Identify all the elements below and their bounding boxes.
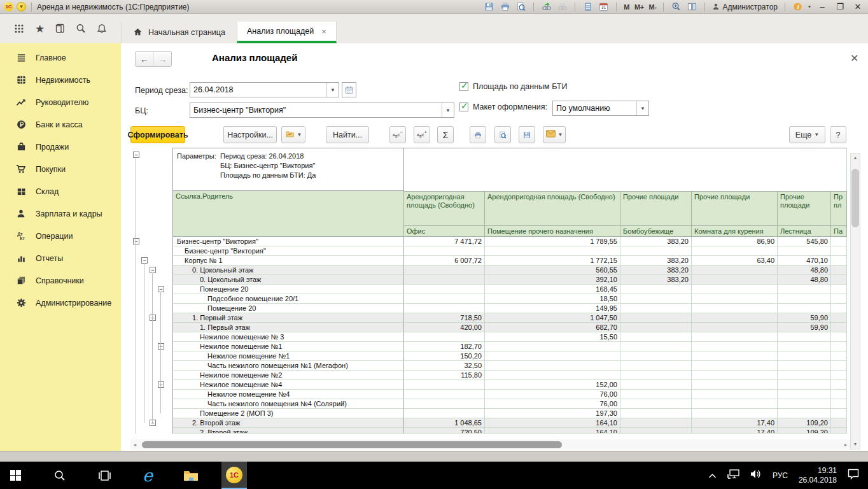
calendar-picker-button[interactable] (342, 82, 356, 97)
cell-value[interactable] (831, 380, 847, 390)
vertical-scroll-thumb[interactable] (851, 169, 859, 227)
cell-value[interactable] (692, 409, 778, 418)
help-button[interactable]: ? (830, 126, 846, 143)
cell-value[interactable] (620, 361, 692, 371)
cell-value[interactable]: 150,20 (404, 351, 485, 361)
column-sub-header[interactable]: Офис (404, 226, 485, 237)
scroll-down-icon[interactable]: ▼ (851, 440, 860, 449)
column-group-header[interactable]: Арендопригодная площадь (Свободно) (485, 191, 620, 226)
cell-value[interactable] (778, 390, 831, 399)
cell-value[interactable]: 17,40 (692, 418, 778, 428)
sidebar-item-administrirovanie[interactable]: Администрирование (0, 292, 121, 314)
system-menu-button[interactable]: ▼ (17, 2, 26, 11)
tab-home[interactable]: Начальная страница (121, 22, 237, 43)
cell-value[interactable] (778, 342, 831, 351)
params-empty-area[interactable] (404, 148, 847, 191)
save-result-button[interactable] (519, 126, 535, 143)
cell-name[interactable]: Помещение 2 (МОП 3) (172, 409, 404, 418)
cell-value[interactable] (831, 275, 847, 285)
calendar-icon[interactable]: 31 (598, 2, 609, 12)
zoom-icon[interactable] (671, 2, 682, 12)
bc-combo[interactable]: Бизнес-центр "Виктория" ▼ (190, 103, 454, 118)
cell-value[interactable]: 197,30 (485, 409, 620, 418)
cell-value[interactable]: 1 789,55 (485, 237, 620, 246)
generate-button[interactable]: Сформировать (130, 126, 185, 143)
cell-value[interactable] (620, 304, 692, 313)
layout-checkbox[interactable]: ✓ Макет оформления: (459, 103, 547, 111)
cell-value[interactable]: 720,50 (404, 428, 485, 434)
cell-name[interactable]: Бизнес-центр "Виктория" (172, 246, 404, 256)
cell-value[interactable] (692, 294, 778, 304)
report-params-cell[interactable]: Параметры: Период среза: 26.04.2018 БЦ: … (172, 148, 404, 191)
cell-name[interactable]: Корпус № 1 (172, 256, 404, 266)
column-sub-header[interactable]: Помещение прочего назначения (485, 226, 620, 237)
cell-value[interactable] (831, 237, 847, 246)
sidebar-item-nedvizhimost[interactable]: Недвижимость (0, 69, 121, 91)
cell-name[interactable]: 1. Первый этаж (172, 313, 404, 323)
cell-value[interactable] (778, 246, 831, 256)
cell-value[interactable] (831, 409, 847, 418)
cell-value[interactable]: 718,50 (404, 313, 485, 323)
cell-value[interactable] (831, 361, 847, 371)
cell-value[interactable] (620, 294, 692, 304)
cell-value[interactable]: 76,00 (485, 390, 620, 399)
cell-value[interactable] (831, 428, 847, 434)
cell-value[interactable] (620, 342, 692, 351)
memory-m-button[interactable]: M (624, 3, 629, 11)
cell-value[interactable] (485, 246, 620, 256)
cell-value[interactable] (404, 390, 485, 399)
cell-value[interactable] (404, 399, 485, 409)
cell-value[interactable]: 1 772,15 (485, 256, 620, 266)
report-variants-button[interactable]: ▼ (281, 126, 305, 143)
cell-value[interactable] (831, 332, 847, 342)
language-indicator[interactable]: РУС (773, 471, 788, 480)
cell-value[interactable] (620, 399, 692, 409)
cell-value[interactable] (831, 256, 847, 266)
cell-value[interactable] (404, 380, 485, 390)
sidebar-item-zarplata-i-kadry[interactable]: Зарплата и кадры (0, 202, 121, 225)
minimize-button[interactable]: – (816, 2, 829, 12)
split-view-icon[interactable] (687, 2, 697, 12)
cell-value[interactable]: 149,95 (485, 304, 620, 313)
layout-combo[interactable]: По умолчанию ▼ (552, 101, 649, 116)
sidebar-item-glavnoe[interactable]: Главное (0, 46, 121, 69)
cell-value[interactable] (692, 361, 778, 371)
cell-value[interactable] (404, 304, 485, 313)
sidebar-item-bank-i-kassa[interactable]: Банк и касса (0, 113, 121, 136)
cell-value[interactable]: 164,10 (485, 418, 620, 428)
sidebar-item-pokupki[interactable]: Покупки (0, 158, 121, 180)
cell-value[interactable]: 682,70 (485, 323, 620, 332)
cell-value[interactable] (778, 332, 831, 342)
cell-value[interactable] (620, 332, 692, 342)
cell-value[interactable] (404, 285, 485, 294)
period-input[interactable]: 26.04.2018 ▼ (190, 82, 339, 97)
print-icon[interactable] (500, 2, 510, 12)
cell-value[interactable] (778, 371, 831, 380)
cell-name[interactable]: Часть нежилого помещения №1 (Мегафон) (172, 361, 404, 371)
taskbar-1c-app-active[interactable]: 1С (221, 462, 247, 489)
cell-value[interactable] (404, 409, 485, 418)
cell-value[interactable] (692, 323, 778, 332)
action-center-icon[interactable] (848, 469, 859, 482)
forward-button[interactable]: → (153, 52, 171, 66)
cell-name[interactable]: 2. Второй этаж (172, 428, 404, 434)
start-button[interactable] (8, 468, 23, 483)
close-button[interactable]: ✕ (851, 2, 864, 12)
cell-value[interactable]: 383,20 (620, 266, 692, 275)
send-mail-button[interactable]: ▼ (543, 126, 566, 143)
file-explorer-icon[interactable] (183, 468, 199, 483)
cell-value[interactable]: 545,80 (778, 237, 831, 246)
cell-value[interactable] (620, 323, 692, 332)
cell-name[interactable]: Часть нежилого помещения №4 (Солярий) (172, 399, 404, 409)
cell-value[interactable] (485, 371, 620, 380)
column-sub-header[interactable]: Бомбоубежище (620, 226, 692, 237)
cell-value[interactable] (831, 399, 847, 409)
current-user[interactable]: Администратор (712, 3, 778, 11)
cell-value[interactable] (692, 285, 778, 294)
cell-value[interactable] (692, 266, 778, 275)
chevron-down-icon[interactable]: ▾ (808, 4, 811, 10)
cell-value[interactable] (620, 313, 692, 323)
bti-checkbox[interactable]: ✓ Площадь по данным БТИ (459, 82, 567, 91)
internet-explorer-icon[interactable]: e (140, 468, 155, 483)
cell-value[interactable]: 1 047,50 (485, 313, 620, 323)
